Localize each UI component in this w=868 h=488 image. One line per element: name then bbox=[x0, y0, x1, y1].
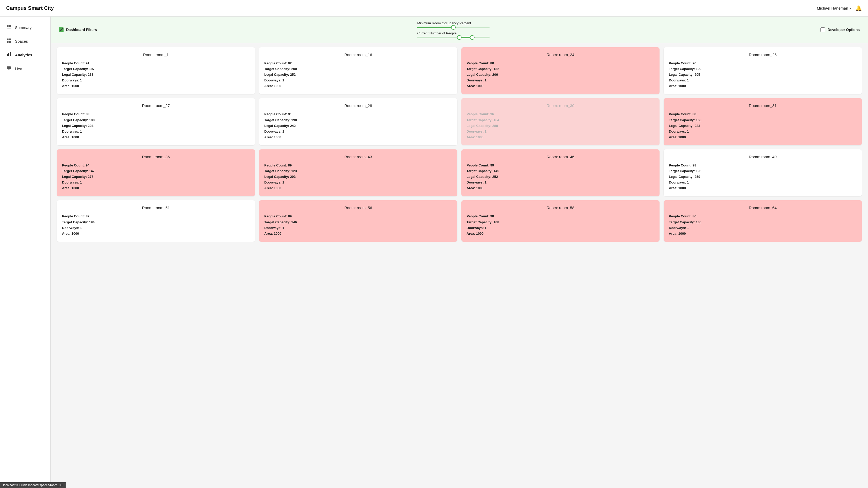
room-stat: People Count: 96 bbox=[467, 111, 654, 117]
room-card-room_1[interactable]: Room: room_1People Count: 91Target Capac… bbox=[57, 47, 255, 94]
svg-rect-2 bbox=[9, 26, 11, 27]
live-icon bbox=[6, 65, 11, 72]
room-stat: Target Capacity: 190 bbox=[264, 117, 452, 123]
room-stat: Target Capacity: 196 bbox=[669, 168, 857, 174]
room-stat: Doorways: 1 bbox=[467, 180, 654, 185]
svg-rect-7 bbox=[9, 41, 11, 42]
room-stat: Area: 1000 bbox=[467, 83, 654, 89]
user-menu[interactable]: Michael Haneman ▾ bbox=[817, 6, 851, 10]
room-card-room_27[interactable]: Room: room_27People Count: 83Target Capa… bbox=[57, 98, 255, 145]
room-title: Room: room_26 bbox=[669, 53, 857, 57]
sidebar-item-spaces-label: Spaces bbox=[15, 39, 28, 44]
room-title: Room: room_31 bbox=[669, 104, 857, 108]
dashboard-filters-label[interactable]: Dashboard Filters bbox=[59, 27, 97, 32]
room-stat: Doorways: 1 bbox=[669, 225, 857, 231]
room-stat: Area: 1000 bbox=[264, 231, 452, 236]
room-stat: Doorways: 1 bbox=[669, 129, 857, 135]
app-title: Campus Smart City bbox=[6, 5, 54, 11]
room-card-room_31[interactable]: Room: room_31People Count: 88Target Capa… bbox=[664, 98, 862, 145]
header-right: Michael Haneman ▾ 🔔 bbox=[817, 5, 862, 11]
room-stat: Doorways: 1 bbox=[264, 129, 452, 135]
notification-bell-icon[interactable]: 🔔 bbox=[855, 5, 862, 11]
room-stat: Doorways: 1 bbox=[669, 180, 857, 185]
room-card-room_51[interactable]: Room: room_51People Count: 87Target Capa… bbox=[57, 200, 255, 241]
room-stat: Area: 1000 bbox=[264, 135, 452, 140]
room-stat: Area: 1000 bbox=[62, 185, 250, 191]
room-stat: Target Capacity: 197 bbox=[62, 66, 250, 72]
room-stat: Doorways: 1 bbox=[467, 225, 654, 231]
room-card-room_16[interactable]: Room: room_16People Count: 92Target Capa… bbox=[259, 47, 457, 94]
developer-options-checkbox[interactable] bbox=[820, 27, 825, 32]
room-stat: Target Capacity: 123 bbox=[264, 168, 452, 174]
room-stat: Doorways: 1 bbox=[264, 78, 452, 83]
room-stat: Doorways: 1 bbox=[62, 225, 250, 231]
room-stat: Doorways: 1 bbox=[62, 129, 250, 135]
room-stat: Doorways: 1 bbox=[264, 180, 452, 185]
sidebar-item-live-label: Live bbox=[15, 66, 22, 71]
room-stat: People Count: 86 bbox=[669, 213, 857, 219]
sidebar-item-analytics[interactable]: Analytics bbox=[0, 48, 51, 62]
sidebar-item-summary-label: Summary bbox=[15, 25, 32, 30]
room-stat: Target Capacity: 180 bbox=[62, 117, 250, 123]
room-stat: People Count: 91 bbox=[264, 111, 452, 117]
app-body: Summary Spaces Analytics Live Das bbox=[0, 17, 868, 488]
sidebar-item-live[interactable]: Live bbox=[0, 62, 51, 76]
sidebar: Summary Spaces Analytics Live bbox=[0, 17, 51, 488]
room-stat: People Count: 76 bbox=[669, 60, 857, 66]
room-card-room_58[interactable]: Room: room_58People Count: 98Target Capa… bbox=[461, 200, 659, 241]
people-slider-track bbox=[417, 37, 490, 38]
svg-rect-0 bbox=[7, 25, 8, 27]
room-card-room_30[interactable]: Room: room_30People Count: 96Target Capa… bbox=[461, 98, 659, 145]
room-card-room_24[interactable]: Room: room_24People Count: 80Target Capa… bbox=[461, 47, 659, 94]
room-stat: Target Capacity: 147 bbox=[62, 168, 250, 174]
room-card-room_49[interactable]: Room: room_49People Count: 98Target Capa… bbox=[664, 149, 862, 196]
room-stat: Doorways: 1 bbox=[467, 129, 654, 135]
occupancy-slider-thumb[interactable] bbox=[451, 25, 456, 30]
user-name: Michael Haneman bbox=[817, 6, 848, 10]
main-content: Dashboard Filters Minimum Room Occupancy… bbox=[51, 17, 868, 488]
room-card-room_64[interactable]: Room: room_64People Count: 86Target Capa… bbox=[664, 200, 862, 241]
room-stat: Legal Capacity: 204 bbox=[62, 123, 250, 129]
room-stat: Legal Capacity: 205 bbox=[669, 72, 857, 78]
room-stat: Legal Capacity: 283 bbox=[669, 123, 857, 129]
room-stat: Area: 1000 bbox=[62, 135, 250, 140]
room-stat: Area: 1000 bbox=[669, 135, 857, 140]
room-stat: Doorways: 1 bbox=[264, 225, 452, 231]
room-stat: Area: 1000 bbox=[264, 83, 452, 89]
developer-options-label[interactable]: Developer Options bbox=[820, 27, 860, 32]
dashboard-filters-checkbox[interactable] bbox=[59, 27, 64, 32]
room-title: Room: room_1 bbox=[62, 53, 250, 57]
svg-rect-8 bbox=[7, 54, 8, 56]
room-stat: People Count: 89 bbox=[264, 163, 452, 168]
svg-rect-5 bbox=[9, 38, 11, 40]
room-stat: Target Capacity: 199 bbox=[669, 66, 857, 72]
occupancy-slider-track bbox=[417, 27, 490, 28]
room-stat: People Count: 89 bbox=[264, 213, 452, 219]
room-title: Room: room_24 bbox=[467, 53, 654, 57]
room-stat: Target Capacity: 145 bbox=[467, 168, 654, 174]
room-title: Room: room_56 bbox=[264, 205, 452, 210]
room-card-room_28[interactable]: Room: room_28People Count: 91Target Capa… bbox=[259, 98, 457, 145]
room-card-room_56[interactable]: Room: room_56People Count: 89Target Capa… bbox=[259, 200, 457, 241]
people-slider-group: Current Number of People bbox=[417, 31, 500, 38]
people-slider-thumb-max[interactable] bbox=[470, 35, 474, 40]
svg-rect-4 bbox=[7, 38, 8, 40]
sidebar-item-summary[interactable]: Summary bbox=[0, 21, 51, 34]
room-stat: People Count: 92 bbox=[264, 60, 452, 66]
sidebar-item-analytics-label: Analytics bbox=[15, 53, 32, 57]
room-title: Room: room_27 bbox=[62, 104, 250, 108]
room-card-room_43[interactable]: Room: room_43People Count: 89Target Capa… bbox=[259, 149, 457, 196]
room-stat: Area: 1000 bbox=[467, 135, 654, 140]
room-stat: Area: 1000 bbox=[669, 185, 857, 191]
room-card-room_36[interactable]: Room: room_36People Count: 94Target Capa… bbox=[57, 149, 255, 196]
room-stat: People Count: 98 bbox=[467, 213, 654, 219]
sidebar-item-spaces[interactable]: Spaces bbox=[0, 34, 51, 48]
room-card-room_46[interactable]: Room: room_46People Count: 99Target Capa… bbox=[461, 149, 659, 196]
occupancy-slider-fill bbox=[417, 27, 454, 28]
room-stat: Legal Capacity: 252 bbox=[467, 174, 654, 180]
room-stat: People Count: 91 bbox=[62, 60, 250, 66]
room-stat: Legal Capacity: 277 bbox=[62, 174, 250, 180]
room-card-room_26[interactable]: Room: room_26People Count: 76Target Capa… bbox=[664, 47, 862, 94]
app-header: Campus Smart City Michael Haneman ▾ 🔔 bbox=[0, 0, 868, 17]
people-slider-thumb-min[interactable] bbox=[457, 35, 462, 40]
